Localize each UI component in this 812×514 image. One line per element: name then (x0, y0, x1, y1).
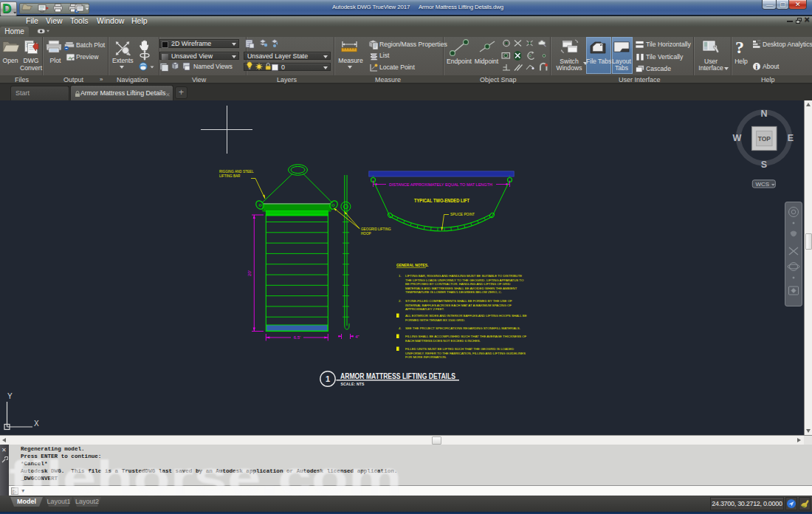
svg-text:HOOP: HOOP (361, 232, 371, 236)
svg-text:TEMPERATURE IS LOWER THAN 5 DE: TEMPERATURE IS LOWER THAN 5 DEGREES BELO… (405, 290, 502, 294)
svg-text:EACH MATTRESS DOES NOT EXCEED: EACH MATTRESS DOES NOT EXCEED 6 INCHES. (405, 339, 481, 343)
svg-text:TYPICAL TWO-ENDED LIFT: TYPICAL TWO-ENDED LIFT (414, 197, 469, 204)
svg-text:LIFTING BAR: LIFTING BAR (219, 174, 241, 178)
svg-text:SPLICE POINT: SPLICE POINT (450, 213, 475, 216)
svg-text:GENERAL NOTES.: GENERAL NOTES. (396, 264, 429, 267)
svg-text:E: E (788, 133, 794, 143)
svg-text:FILLED UNITS MUST BE LIFTED SU: FILLED UNITS MUST BE LIFTED SUCH THAT TH… (405, 347, 514, 351)
svg-text:2.: 2. (399, 299, 402, 303)
svg-text:SCALE: NTS: SCALE: NTS (341, 382, 365, 386)
svg-text:BE PROPOSED BY CONTRACTOR. HAN: BE PROPOSED BY CONTRACTOR. HANDLING AND … (405, 282, 510, 286)
svg-text:ARMOR MATTRESS LIFTING DETAILS: ARMOR MATTRESS LIFTING DETAILS (340, 371, 455, 380)
svg-text:LIFTING BAR, RIGGING AND HANDL: LIFTING BAR, RIGGING AND HANDLING MUST B… (405, 274, 522, 278)
svg-text:S: S (761, 160, 767, 170)
svg-text:WCS: WCS (756, 181, 770, 188)
svg-text:4.: 4. (399, 326, 402, 330)
svg-text:TOP: TOP (758, 135, 771, 143)
svg-text:X: X (34, 419, 39, 428)
svg-text:4": 4" (355, 335, 359, 339)
svg-text:UNIFORMLY. REFER TO THE FABRIC: UNIFORMLY. REFER TO THE FABRICATION, FIL… (405, 352, 526, 355)
svg-text:1: 1 (326, 374, 330, 383)
svg-text:6.5': 6.5' (294, 335, 301, 340)
svg-text:FOR MORE INFORMATION.: FOR MORE INFORMATION. (405, 355, 447, 359)
svg-text:FORMED WITH TENSAR BX 1500 GRI: FORMED WITH TENSAR BX 1500 GRID. (405, 318, 465, 322)
svg-text:INTERNAL BAFFLES ACROSS EACH M: INTERNAL BAFFLES ACROSS EACH MAT AT A MA… (405, 304, 512, 307)
svg-text:MATERIALS AND MATTRESSES SHALL: MATERIALS AND MATTRESSES SHALL BE AVOIDE… (405, 287, 517, 290)
svg-text:Y: Y (7, 392, 13, 400)
svg-text:STONE-FILLED COMPARTMENTS SHAL: STONE-FILLED COMPARTMENTS SHALL BE FORME… (405, 299, 512, 303)
svg-text:SEE THE PROJECT SPECIFICATIONS: SEE THE PROJECT SPECIFICATIONS REGARDING… (405, 326, 520, 330)
svg-text:ALL EXTERIOR SIDES AND INTERIO: ALL EXTERIOR SIDES AND INTERIOR BAFFLES … (405, 314, 527, 318)
svg-text:20': 20' (247, 270, 252, 276)
svg-text:i: i (755, 64, 757, 71)
svg-text:RIGGING AND STEEL: RIGGING AND STEEL (219, 170, 254, 174)
svg-text:W: W (733, 133, 742, 143)
svg-text:THE LIFTING LOADS UNIFORMLY TO: THE LIFTING LOADS UNIFORMLY TO THE GEOGR… (405, 278, 524, 282)
svg-text:FILLING SHALL BE ACCOMPLISHED: FILLING SHALL BE ACCOMPLISHED SUCH THAT … (405, 335, 527, 338)
svg-text:GEOGRID LIFTING: GEOGRID LIFTING (361, 227, 391, 231)
svg-text:1.: 1. (399, 274, 402, 278)
svg-text:APPROXIMATLEY 2 FEET.: APPROXIMATLEY 2 FEET. (405, 307, 444, 311)
svg-text:?: ? (735, 38, 744, 57)
svg-text:N: N (760, 109, 767, 119)
svg-text:DISTANCE APPROXIMATELY EQUAL T: DISTANCE APPROXIMATELY EQUAL TO MAT LENG… (389, 183, 492, 187)
